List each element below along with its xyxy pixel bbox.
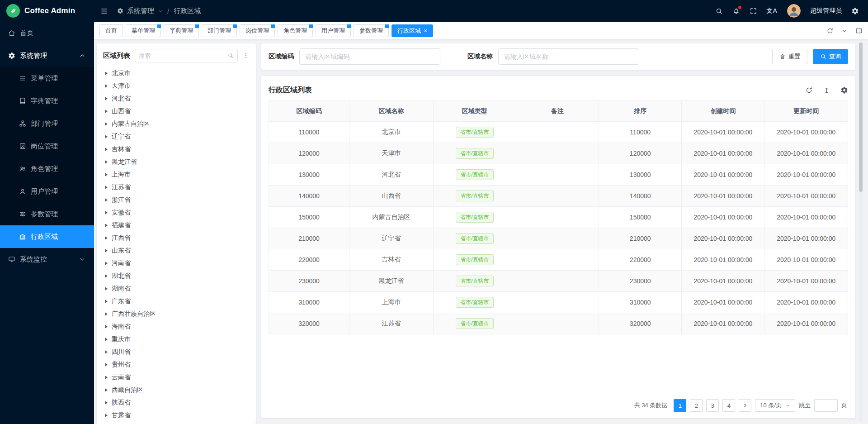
chevron-up-icon xyxy=(79,52,86,59)
next-page-button[interactable] xyxy=(739,399,751,412)
tree-node[interactable]: 甘肃省 xyxy=(103,409,250,419)
tree-node[interactable]: 云南省 xyxy=(103,371,250,384)
caret-right-icon xyxy=(105,148,108,151)
menu-icon xyxy=(19,75,26,82)
settings-gear-icon[interactable] xyxy=(851,7,859,15)
tree-node[interactable]: 广东省 xyxy=(103,295,250,308)
sidebar-item-post-management[interactable]: 岗位管理 xyxy=(0,135,94,157)
tab-user-management[interactable]: 用户管理 xyxy=(316,24,351,37)
tab-home[interactable]: 首页 xyxy=(99,24,123,37)
tab-dict-management[interactable]: 字典管理 xyxy=(164,24,199,37)
region-code-input[interactable] xyxy=(299,48,440,65)
sidebar-item-system-monitor[interactable]: 系统监控 xyxy=(0,248,94,271)
sidebar-item-dict-management[interactable]: 字典管理 xyxy=(0,90,94,112)
cell-created: 2020-10-01 00:00:00 xyxy=(682,271,764,292)
tree-node[interactable]: 西藏自治区 xyxy=(103,384,250,396)
translate-icon[interactable]: 文A xyxy=(767,7,778,15)
tree-panel-header: 区域列表 xyxy=(103,49,250,62)
sidebar-item-menu-management[interactable]: 菜单管理 xyxy=(0,67,94,90)
cell-code: 310000 xyxy=(269,292,349,313)
tree-node[interactable]: 江苏省 xyxy=(103,181,250,194)
cell-name: 江苏省 xyxy=(349,313,434,334)
reset-button[interactable]: 重置 xyxy=(772,49,807,64)
refresh-icon[interactable] xyxy=(826,27,834,34)
sidebar-item-user-management[interactable]: 用户管理 xyxy=(0,180,94,203)
tree-node[interactable]: 湖北省 xyxy=(103,270,250,282)
sidebar-item-admin-region[interactable]: 行政区域 xyxy=(0,225,94,248)
tree-node[interactable]: 上海市 xyxy=(103,168,250,181)
table-tools xyxy=(805,86,848,94)
tab-menu-management[interactable]: 菜单管理 xyxy=(126,24,161,37)
tree-node[interactable]: 山东省 xyxy=(103,244,250,257)
tree-node[interactable]: 重庆市 xyxy=(103,333,250,346)
tree-node[interactable]: 内蒙古自治区 xyxy=(103,118,250,130)
sidebar-item-home[interactable]: 首页 xyxy=(0,22,94,44)
tree-node[interactable]: 广西壮族自治区 xyxy=(103,308,250,320)
sidebar-item-system-management[interactable]: 系统管理 xyxy=(0,44,94,67)
pagination-total: 共 34 条数据 xyxy=(634,401,668,410)
column-settings-gear-icon[interactable] xyxy=(840,86,848,94)
tab-post-management[interactable]: 岗位管理 xyxy=(240,24,275,37)
tree-node[interactable]: 四川省 xyxy=(103,346,250,358)
tab-role-management[interactable]: 角色管理 xyxy=(278,24,313,37)
tree-node[interactable]: 贵州省 xyxy=(103,358,250,371)
tree-node[interactable]: 河北省 xyxy=(103,92,250,105)
region-type-tag: 省市/直辖市 xyxy=(456,276,493,286)
tree-node[interactable]: 辽宁省 xyxy=(103,130,250,143)
cell-updated: 2020-10-01 00:00:00 xyxy=(764,249,848,271)
search-button[interactable]: 查询 xyxy=(813,49,848,64)
tree-node[interactable]: 河南省 xyxy=(103,257,250,270)
cell-type: 省市/直辖市 xyxy=(433,249,516,271)
layout-icon[interactable] xyxy=(855,27,863,34)
tree-node[interactable]: 江西省 xyxy=(103,232,250,244)
scrollbar-thumb[interactable] xyxy=(859,43,863,192)
tree-node[interactable]: 黑龙江省 xyxy=(103,156,250,168)
param-icon xyxy=(19,210,26,218)
tree-node[interactable]: 安徽省 xyxy=(103,206,250,219)
jump-page-input[interactable] xyxy=(814,399,838,412)
tree-node[interactable]: 天津市 xyxy=(103,80,250,92)
notification-badge xyxy=(738,6,741,9)
cell-code: 140000 xyxy=(269,186,349,207)
avatar[interactable] xyxy=(787,4,801,18)
tree-node[interactable]: 湖南省 xyxy=(103,282,250,295)
trash-icon xyxy=(779,53,786,60)
tree-node[interactable]: 福建省 xyxy=(103,219,250,232)
notification-bell-icon[interactable] xyxy=(732,7,740,15)
search-icon[interactable] xyxy=(715,7,723,15)
tab-admin-region[interactable]: 行政区域× xyxy=(392,24,433,37)
breadcrumb-parent[interactable]: 系统管理 xyxy=(127,7,154,15)
tree-node[interactable]: 浙江省 xyxy=(103,194,250,206)
sidebar-item-param-management[interactable]: 参数管理 xyxy=(0,203,94,225)
tree-node[interactable]: 山西省 xyxy=(103,105,250,118)
search-icon[interactable] xyxy=(227,52,234,59)
fullscreen-icon[interactable] xyxy=(750,7,757,15)
text-height-icon[interactable] xyxy=(823,86,830,94)
tab-param-management[interactable]: 参数管理 xyxy=(354,24,389,37)
hamburger-icon[interactable] xyxy=(100,7,108,15)
caret-right-icon xyxy=(105,84,108,88)
page-button-2[interactable]: 2 xyxy=(690,399,703,412)
page-button-3[interactable]: 3 xyxy=(706,399,719,412)
tab-dept-management[interactable]: 部门管理 xyxy=(202,24,237,37)
page-button-4[interactable]: 4 xyxy=(722,399,735,412)
refresh-icon[interactable] xyxy=(805,86,813,94)
role-icon xyxy=(19,165,26,172)
tree-search-input[interactable] xyxy=(139,52,225,59)
page-button-1[interactable]: 1 xyxy=(674,399,686,412)
more-vertical-icon[interactable] xyxy=(242,52,250,59)
tree-node[interactable]: 吉林省 xyxy=(103,143,250,156)
vertical-scrollbar[interactable] xyxy=(859,42,863,422)
user-name[interactable]: 超级管理员 xyxy=(810,7,842,15)
region-name-input[interactable] xyxy=(498,48,639,65)
chevron-down-icon[interactable] xyxy=(841,27,848,34)
tree-node[interactable]: 北京市 xyxy=(103,67,250,80)
cell-sort: 110000 xyxy=(599,122,682,143)
tree-node[interactable]: 陕西省 xyxy=(103,396,250,409)
cell-remark xyxy=(516,271,599,292)
page-size-select[interactable]: 10 条/页 xyxy=(755,399,795,412)
tree-node[interactable]: 海南省 xyxy=(103,320,250,333)
sidebar-item-role-management[interactable]: 角色管理 xyxy=(0,157,94,180)
close-icon[interactable]: × xyxy=(424,28,427,34)
sidebar-item-dept-management[interactable]: 部门管理 xyxy=(0,112,94,135)
